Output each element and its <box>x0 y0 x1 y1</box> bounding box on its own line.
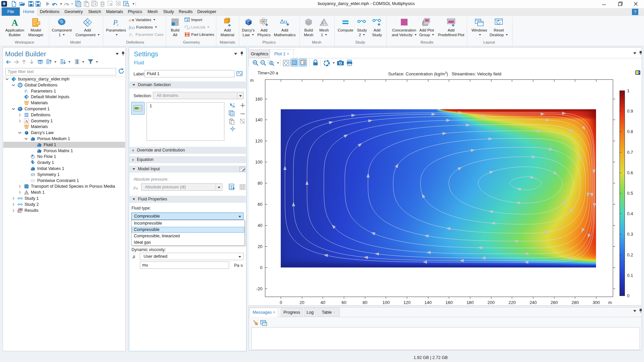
svg-text:40: 40 <box>321 300 325 305</box>
svg-text:0.7: 0.7 <box>627 150 633 155</box>
svg-text:(x): (x) <box>130 25 135 29</box>
svg-text:0.8: 0.8 <box>627 129 633 134</box>
svg-text:m: m <box>608 300 612 305</box>
svg-text:220: 220 <box>508 300 516 305</box>
svg-text:D: D <box>32 167 34 169</box>
svg-text:200: 200 <box>487 300 495 305</box>
svg-text:20: 20 <box>258 244 262 249</box>
svg-text:0: 0 <box>260 265 262 270</box>
svg-text:160: 160 <box>445 300 453 305</box>
svg-text:240: 240 <box>530 300 537 305</box>
svg-text:1: 1 <box>627 88 630 93</box>
svg-text:1: 1 <box>19 108 21 110</box>
svg-text:Δu: Δu <box>280 18 287 25</box>
svg-text:260: 260 <box>550 300 558 305</box>
svg-text:m: m <box>250 78 254 83</box>
svg-text:0.2: 0.2 <box>627 252 633 257</box>
svg-text:i: i <box>117 22 118 27</box>
svg-text:P: P <box>129 33 132 37</box>
svg-text:140: 140 <box>255 117 263 122</box>
svg-text:P: P <box>24 89 27 94</box>
svg-text:0.9: 0.9 <box>627 109 633 114</box>
svg-text:i: i <box>27 91 28 94</box>
svg-text:0: 0 <box>627 293 630 298</box>
svg-text:140: 140 <box>424 300 432 305</box>
svg-text:0.4: 0.4 <box>627 211 633 216</box>
svg-text:D: D <box>32 155 34 157</box>
svg-text:D: D <box>39 148 40 151</box>
svg-text:180: 180 <box>467 300 474 305</box>
svg-text:A: A <box>25 119 28 123</box>
svg-text:20: 20 <box>300 300 304 305</box>
svg-text:D: D <box>39 142 40 145</box>
svg-text:80: 80 <box>363 300 367 305</box>
svg-text:100: 100 <box>382 300 390 305</box>
svg-text:0.3: 0.3 <box>627 232 633 237</box>
svg-text:100: 100 <box>255 160 263 165</box>
svg-text:A: A <box>11 18 18 27</box>
svg-text:i: i <box>132 35 132 37</box>
svg-text:120: 120 <box>404 300 411 305</box>
svg-text:a: a <box>129 18 131 22</box>
svg-text:0: 0 <box>280 300 282 305</box>
svg-text:60: 60 <box>258 202 262 207</box>
svg-text:0.6: 0.6 <box>627 170 633 175</box>
svg-text:80: 80 <box>258 181 262 186</box>
svg-text:0.1: 0.1 <box>627 273 633 278</box>
svg-text:0.5: 0.5 <box>627 191 633 196</box>
svg-text:Ω: Ω <box>60 20 63 24</box>
svg-text:-20: -20 <box>256 286 263 291</box>
svg-text:D: D <box>32 137 34 139</box>
svg-text:60: 60 <box>341 300 346 305</box>
svg-text:280: 280 <box>572 300 579 305</box>
svg-text:160: 160 <box>255 97 263 102</box>
svg-text:40: 40 <box>258 223 262 228</box>
svg-text:120: 120 <box>255 138 263 143</box>
svg-text:D: D <box>32 160 34 162</box>
svg-text:300: 300 <box>593 300 600 305</box>
